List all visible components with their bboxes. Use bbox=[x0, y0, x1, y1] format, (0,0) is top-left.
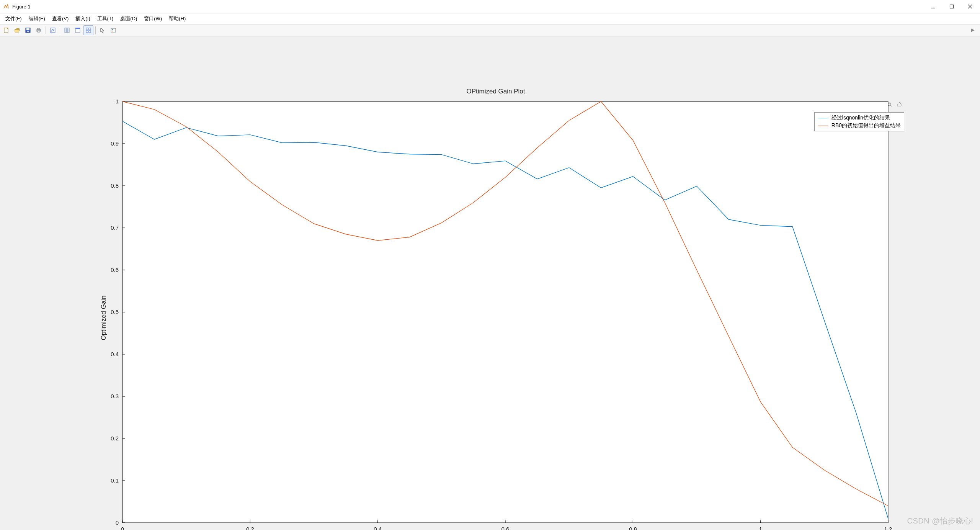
edit-plot-cursor-button[interactable] bbox=[98, 25, 108, 35]
menu-desktop[interactable]: 桌面(D) bbox=[117, 15, 140, 23]
menu-bar: 文件(F) 编辑(E) 查看(V) 插入(I) 工具(T) 桌面(D) 窗口(W… bbox=[0, 13, 980, 25]
svg-text:1.2: 1.2 bbox=[884, 526, 892, 530]
legend-swatch-2 bbox=[818, 126, 828, 126]
svg-rect-14 bbox=[67, 28, 69, 33]
svg-text:1: 1 bbox=[759, 526, 762, 530]
svg-text:1: 1 bbox=[116, 98, 119, 105]
figure-window: Figure 1 文件(F) 编辑(E) 查看(V) 插入(I) 工具(T) 桌… bbox=[0, 0, 980, 530]
maximize-button[interactable] bbox=[948, 3, 956, 10]
insert-legend-button[interactable] bbox=[108, 25, 118, 35]
svg-text:0.6: 0.6 bbox=[111, 267, 119, 273]
svg-text:0.2: 0.2 bbox=[246, 526, 254, 530]
watermark-text: CSDN @怡步晓心l bbox=[907, 516, 973, 526]
svg-text:0.8: 0.8 bbox=[629, 526, 637, 530]
menu-window[interactable]: 窗口(W) bbox=[141, 15, 165, 23]
open-button[interactable] bbox=[12, 25, 22, 35]
close-button[interactable] bbox=[966, 3, 974, 10]
legend[interactable]: 经过lsqnonlin优化的结果 RB0的初始值得出的增益结果 bbox=[814, 112, 904, 131]
legend-entry-1[interactable]: 经过lsqnonlin优化的结果 bbox=[818, 114, 901, 122]
svg-rect-19 bbox=[86, 31, 88, 33]
legend-label-2: RB0的初始值得出的增益结果 bbox=[831, 122, 901, 129]
svg-rect-13 bbox=[65, 28, 67, 33]
svg-text:0.8: 0.8 bbox=[111, 182, 119, 189]
inspector-button[interactable] bbox=[62, 25, 72, 35]
svg-rect-21 bbox=[111, 28, 116, 32]
plot-svg: 00.20.40.60.811.200.10.20.30.40.50.60.70… bbox=[100, 98, 892, 530]
svg-rect-20 bbox=[89, 31, 91, 33]
svg-rect-10 bbox=[38, 28, 40, 29]
dock-button[interactable] bbox=[73, 25, 83, 35]
svg-text:0.3: 0.3 bbox=[111, 393, 119, 399]
home-icon[interactable] bbox=[895, 100, 903, 108]
legend-label-1: 经过lsqnonlin优化的结果 bbox=[831, 115, 890, 121]
svg-text:0.4: 0.4 bbox=[111, 351, 119, 357]
figure-canvas: OPtimized Gain Plot Optimized Gain Angul… bbox=[0, 36, 980, 530]
matlab-figure-icon bbox=[3, 3, 9, 10]
layout-grid-button[interactable] bbox=[83, 25, 93, 35]
legend-swatch-1 bbox=[818, 118, 828, 118]
svg-text:0: 0 bbox=[121, 526, 124, 530]
svg-rect-8 bbox=[27, 31, 29, 32]
svg-text:0.6: 0.6 bbox=[501, 526, 510, 530]
svg-rect-18 bbox=[89, 28, 91, 30]
menu-file[interactable]: 文件(F) bbox=[2, 15, 25, 23]
toolbar-overflow-icon[interactable] bbox=[969, 27, 976, 34]
menu-insert[interactable]: 插入(I) bbox=[72, 15, 93, 23]
minimize-button[interactable] bbox=[929, 3, 937, 10]
window-title: Figure 1 bbox=[12, 4, 31, 10]
svg-rect-1 bbox=[950, 5, 954, 8]
axes[interactable]: OPtimized Gain Plot Optimized Gain Angul… bbox=[100, 98, 892, 530]
svg-text:0.5: 0.5 bbox=[111, 309, 119, 315]
menu-help[interactable]: 帮助(H) bbox=[166, 15, 189, 23]
svg-rect-7 bbox=[26, 28, 29, 30]
svg-text:0.7: 0.7 bbox=[111, 224, 119, 231]
new-figure-button[interactable] bbox=[2, 25, 11, 35]
svg-rect-16 bbox=[75, 28, 80, 29]
menu-tools[interactable]: 工具(T) bbox=[94, 15, 117, 23]
menu-view[interactable]: 查看(V) bbox=[49, 15, 72, 23]
save-button[interactable] bbox=[23, 25, 33, 35]
chart-title: OPtimized Gain Plot bbox=[466, 88, 525, 95]
svg-text:0.9: 0.9 bbox=[111, 140, 119, 147]
menu-edit[interactable]: 编辑(E) bbox=[26, 15, 48, 23]
print-button[interactable] bbox=[34, 25, 44, 35]
svg-rect-17 bbox=[86, 28, 88, 30]
title-bar: Figure 1 bbox=[0, 0, 980, 13]
y-axis-label: Optimized Gain bbox=[100, 295, 108, 340]
svg-text:0.1: 0.1 bbox=[111, 477, 119, 484]
figure-toolbar bbox=[0, 25, 980, 36]
svg-text:0: 0 bbox=[116, 519, 119, 526]
svg-rect-34 bbox=[122, 101, 888, 523]
svg-rect-11 bbox=[38, 31, 40, 32]
link-plot-button[interactable] bbox=[48, 25, 58, 35]
legend-entry-2[interactable]: RB0的初始值得出的增益结果 bbox=[818, 122, 901, 129]
svg-text:0.4: 0.4 bbox=[374, 526, 382, 530]
svg-text:0.2: 0.2 bbox=[111, 435, 119, 442]
